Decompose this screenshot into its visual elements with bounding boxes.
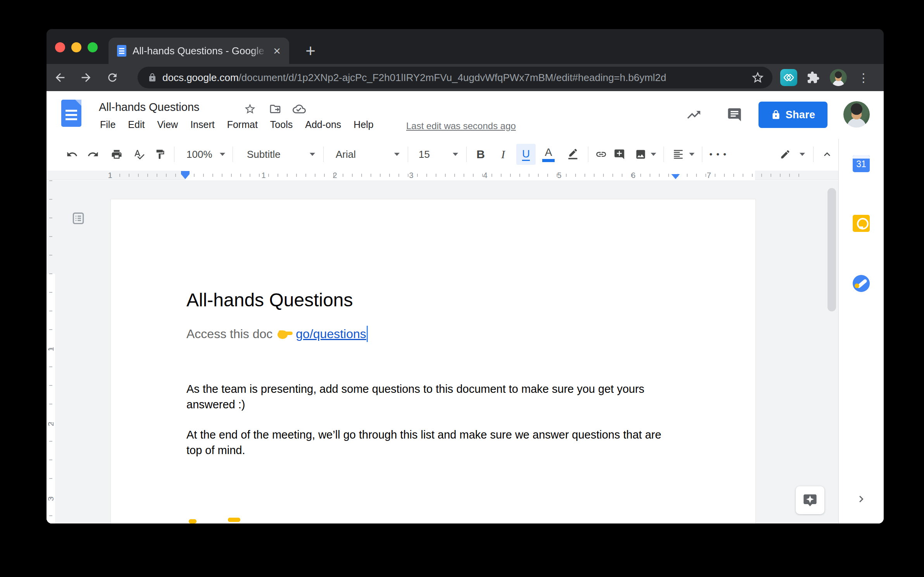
desktop-background: All-hands Questions - Google D × + docs.… bbox=[0, 0, 924, 577]
explore-button[interactable] bbox=[796, 486, 824, 514]
menu-view[interactable]: View bbox=[157, 119, 178, 130]
spelling-check-button[interactable] bbox=[130, 145, 148, 164]
text-color-button[interactable]: A bbox=[539, 145, 558, 164]
url-path: /document/d/1p2XNp2-ajcPc_F2h01lIRY2mFVu… bbox=[239, 72, 666, 83]
extension-app-button[interactable] bbox=[780, 69, 797, 86]
folder-move-icon bbox=[269, 103, 281, 115]
document-status-button[interactable] bbox=[292, 102, 306, 116]
insert-image-button[interactable] bbox=[631, 145, 650, 164]
subtitle-text: Access this doc bbox=[186, 327, 272, 341]
toolbar-divider bbox=[664, 147, 664, 162]
share-button-label: Share bbox=[786, 109, 815, 121]
bookmark-star-icon[interactable] bbox=[751, 71, 765, 85]
document-subtitle[interactable]: Access this doc go/questions bbox=[186, 326, 368, 342]
minimize-window-button[interactable] bbox=[71, 42, 81, 52]
google-docs-app: All-hands Questions File Edit View Inser… bbox=[47, 91, 884, 523]
tab-close-icon[interactable]: × bbox=[273, 45, 281, 57]
menu-tools[interactable]: Tools bbox=[270, 119, 293, 130]
menu-insert[interactable]: Insert bbox=[190, 119, 215, 130]
google-docs-logo[interactable] bbox=[61, 100, 81, 127]
zoom-window-button[interactable] bbox=[88, 42, 98, 52]
collapse-toolbar-button[interactable] bbox=[818, 145, 836, 164]
paragraph-2[interactable]: At the end of the meeting, we’ll go thro… bbox=[186, 427, 661, 458]
account-avatar[interactable] bbox=[843, 101, 870, 128]
font-size-select[interactable]: 15 bbox=[419, 149, 430, 161]
paragraph-1-line-1: As the team is presenting, add some ques… bbox=[186, 381, 645, 397]
show-document-outline-button[interactable] bbox=[70, 210, 87, 227]
document-outline-icon bbox=[71, 211, 86, 226]
close-window-button[interactable] bbox=[55, 42, 65, 52]
add-comment-button[interactable] bbox=[610, 145, 629, 164]
document-heading[interactable]: All-hands Questions bbox=[186, 289, 353, 311]
undo-button[interactable] bbox=[63, 145, 81, 164]
menu-addons[interactable]: Add-ons bbox=[305, 119, 341, 130]
underline-button-active[interactable]: U bbox=[516, 144, 536, 165]
paragraph-1[interactable]: As the team is presenting, add some ques… bbox=[186, 381, 645, 412]
ruler-number: 6 bbox=[629, 171, 638, 180]
redo-button[interactable] bbox=[84, 145, 102, 164]
google-tasks-icon[interactable] bbox=[853, 275, 870, 292]
back-button[interactable] bbox=[51, 68, 69, 87]
horizontal-ruler[interactable]: 1 1 2 3 4 5 6 7 bbox=[47, 171, 838, 180]
share-button[interactable]: Share bbox=[759, 102, 827, 128]
url-address-bar[interactable]: docs.google.com/document/d/1p2XNp2-ajcPc… bbox=[138, 67, 772, 88]
reload-button[interactable] bbox=[103, 68, 122, 87]
browser-profile-avatar[interactable] bbox=[830, 69, 847, 86]
toolbar-divider bbox=[588, 147, 588, 162]
style-dropdown-icon[interactable] bbox=[310, 153, 315, 156]
hide-side-panel-button[interactable] bbox=[852, 490, 871, 508]
menu-format[interactable]: Format bbox=[227, 119, 258, 130]
docs-menu-bar: File Edit View Insert Format Tools Add-o… bbox=[100, 119, 374, 130]
clipped-emoji-fragment bbox=[189, 519, 197, 523]
font-dropdown-icon[interactable] bbox=[394, 153, 400, 156]
right-indent-marker[interactable] bbox=[671, 174, 680, 179]
paragraph-style-select[interactable]: Subtitle bbox=[247, 149, 281, 161]
extensions-button[interactable] bbox=[805, 69, 821, 86]
undo-icon bbox=[66, 149, 78, 160]
menu-help[interactable]: Help bbox=[353, 119, 373, 130]
doc-link[interactable]: go/questions bbox=[296, 327, 366, 341]
toolbar-divider bbox=[323, 147, 324, 162]
insert-link-button[interactable] bbox=[592, 145, 610, 164]
zoom-select[interactable]: 100% bbox=[186, 149, 212, 161]
document-page[interactable]: All-hands Questions Access this doc go/q… bbox=[110, 199, 756, 523]
align-button[interactable] bbox=[669, 145, 688, 164]
editing-mode-dropdown-icon[interactable] bbox=[800, 153, 805, 156]
browser-window: All-hands Questions - Google D × + docs.… bbox=[47, 29, 884, 523]
editing-mode-button[interactable] bbox=[776, 145, 795, 164]
google-calendar-icon[interactable]: 31 bbox=[853, 155, 870, 172]
bold-button[interactable]: B bbox=[471, 145, 490, 164]
left-indent-marker[interactable] bbox=[181, 171, 190, 179]
browser-tab[interactable]: All-hands Questions - Google D × bbox=[109, 38, 289, 64]
font-size-dropdown-icon[interactable] bbox=[453, 153, 458, 156]
document-canvas[interactable]: 1 2 3 All-hands Questions Access this do… bbox=[47, 180, 838, 523]
site-lock-icon[interactable] bbox=[148, 73, 157, 82]
font-select[interactable]: Arial bbox=[336, 149, 356, 161]
forward-button[interactable] bbox=[77, 68, 95, 87]
ruler-number: 4 bbox=[481, 171, 490, 180]
italic-button[interactable]: I bbox=[494, 145, 512, 164]
more-options-button[interactable]: • • • bbox=[709, 145, 727, 164]
comments-button[interactable] bbox=[724, 104, 745, 126]
google-keep-icon[interactable] bbox=[853, 215, 870, 232]
document-title-field[interactable]: All-hands Questions bbox=[99, 101, 200, 114]
activity-dashboard-button[interactable] bbox=[683, 104, 705, 126]
move-to-folder-button[interactable] bbox=[268, 102, 282, 116]
image-dropdown-icon[interactable] bbox=[651, 153, 656, 156]
star-document-button[interactable] bbox=[243, 102, 257, 116]
star-outline-icon bbox=[244, 103, 256, 115]
paint-roller-icon bbox=[155, 149, 165, 160]
reload-icon bbox=[106, 71, 119, 84]
zoom-dropdown-icon[interactable] bbox=[220, 153, 225, 156]
menu-file[interactable]: File bbox=[100, 119, 116, 130]
align-dropdown-icon[interactable] bbox=[689, 153, 695, 156]
last-edit-status[interactable]: Last edit was seconds ago bbox=[406, 121, 516, 131]
paint-format-button[interactable] bbox=[151, 145, 169, 164]
new-tab-button[interactable]: + bbox=[300, 41, 321, 61]
menu-edit[interactable]: Edit bbox=[128, 119, 145, 130]
vertical-scrollbar[interactable] bbox=[827, 188, 836, 311]
print-button[interactable] bbox=[107, 145, 126, 164]
vertical-ruler[interactable]: 1 2 3 bbox=[47, 180, 55, 523]
highlight-color-button[interactable] bbox=[564, 145, 582, 164]
browser-menu-icon[interactable]: ⋮ bbox=[860, 69, 867, 86]
